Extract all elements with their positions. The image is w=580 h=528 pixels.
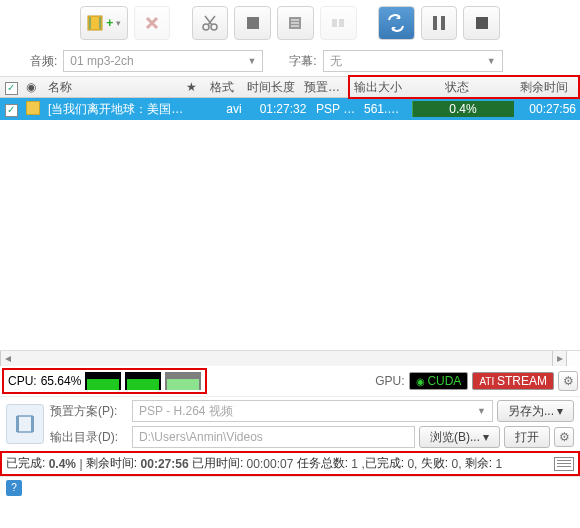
cpu-label: CPU:: [8, 374, 37, 388]
svg-rect-8: [339, 19, 344, 27]
svg-rect-11: [476, 17, 488, 29]
svg-rect-1: [89, 17, 91, 29]
svg-rect-13: [16, 416, 19, 432]
help-icon[interactable]: ?: [6, 480, 22, 496]
svg-rect-2: [99, 17, 101, 29]
delete-button[interactable]: [134, 6, 171, 40]
audio-label: 音频:: [30, 53, 57, 70]
task-list-area: [0, 120, 580, 350]
horizontal-scrollbar[interactable]: ◂▸: [0, 350, 580, 366]
audio-select[interactable]: 01 mp3-2ch▼: [63, 50, 263, 72]
add-button[interactable]: +▾: [80, 6, 128, 40]
svg-rect-7: [332, 19, 337, 27]
effects-button[interactable]: [277, 6, 314, 40]
output-dir-input[interactable]: D:\Users\Anmin\Videos: [132, 426, 415, 448]
nvidia-badge: ◉ CUDA: [409, 372, 469, 390]
ati-badge: ATI STREAM: [472, 372, 554, 390]
cpu-graph: [165, 372, 201, 390]
crop-button[interactable]: [234, 6, 271, 40]
list-view-icon[interactable]: [554, 457, 574, 471]
cut-button[interactable]: [192, 6, 229, 40]
svg-rect-10: [441, 16, 445, 30]
cpu-graph: [85, 372, 121, 390]
output-label: 输出目录(D):: [50, 429, 128, 446]
merge-button[interactable]: [320, 6, 357, 40]
svg-rect-14: [31, 416, 34, 432]
saveas-button[interactable]: 另存为...▾: [497, 400, 574, 422]
file-icon: [26, 101, 40, 115]
subtitle-select[interactable]: 无▼: [323, 50, 503, 72]
preset-label: 预置方案(P):: [50, 403, 128, 420]
convert-button[interactable]: [378, 6, 415, 40]
cpu-value: 65.64%: [41, 374, 82, 388]
gpu-settings-button[interactable]: ⚙: [558, 371, 578, 391]
preview-icon: ◉: [22, 80, 44, 94]
svg-rect-9: [433, 16, 437, 30]
table-header: ◉ 名称 ★ 格式 时间长度 预置方案 输出大小 状态 剩余时间: [0, 76, 580, 98]
stop-button[interactable]: [463, 6, 500, 40]
browse-button[interactable]: 浏览(B)...▾: [419, 426, 500, 448]
select-all-checkbox[interactable]: [5, 82, 18, 95]
preset-icon: [6, 404, 44, 444]
gpu-label: GPU:: [375, 374, 404, 388]
subtitle-label: 字幕:: [289, 53, 316, 70]
pause-button[interactable]: [421, 6, 458, 40]
status-bar: 已完成: 0.4% | 剩余时间: 00:27:56 已用时间: 00:00:0…: [0, 451, 580, 476]
cpu-graph: [125, 372, 161, 390]
row-checkbox[interactable]: [5, 104, 18, 117]
open-button[interactable]: 打开: [504, 426, 550, 448]
svg-rect-5: [247, 17, 259, 29]
table-row[interactable]: [当我们离开地球：美国国家... avi 01:27:32 PSP - ... …: [0, 98, 580, 120]
svg-rect-12: [18, 416, 32, 432]
output-settings-button[interactable]: ⚙: [554, 427, 574, 447]
preset-select[interactable]: PSP - H.264 视频▼: [132, 400, 493, 422]
